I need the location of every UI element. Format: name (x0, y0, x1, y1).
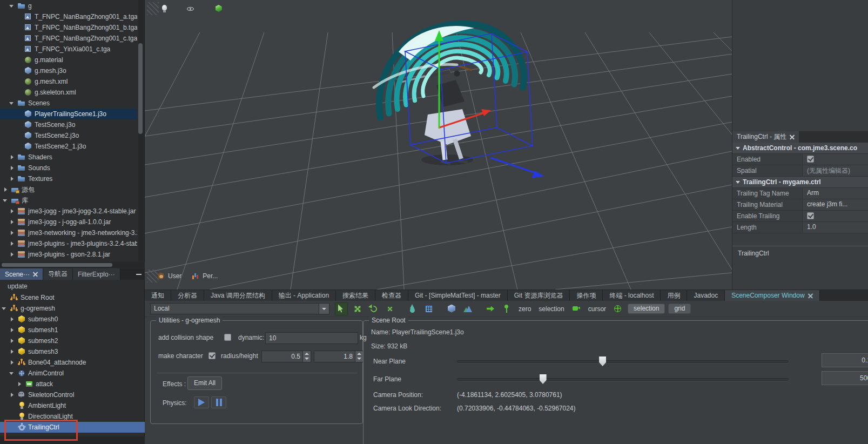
scene-composer-viewport[interactable]: User Per... (145, 0, 732, 290)
tree-item[interactable]: jme3-plugins - jme3-plugins-3.2.4-stab (0, 238, 137, 249)
stats-tab-performance[interactable]: Per... (191, 272, 218, 280)
property-value[interactable]: Arm (803, 188, 868, 199)
tree-item[interactable]: T_FNPC_NanBangZhong001_c.tga (0, 33, 137, 44)
tree-item[interactable]: TestScene2_1.j3o (0, 141, 137, 152)
tab[interactable]: 用例 (661, 290, 687, 301)
light-toggle-icon[interactable] (160, 4, 169, 13)
far-plane-slider[interactable] (457, 378, 789, 381)
tree-item[interactable]: g-ogremesh (0, 303, 145, 314)
property-section-header[interactable]: TrailingCtrl - mygame.ctrl (732, 177, 868, 188)
tab[interactable]: 操作项 (570, 290, 603, 301)
physics-play-button[interactable] (194, 396, 209, 408)
tab[interactable]: 终端 - localhost (603, 290, 661, 301)
rotate-tool-button[interactable] (367, 302, 380, 315)
tree-item[interactable]: T_FNPC_NanBangZhong001_a.tga (0, 11, 137, 22)
tree-item[interactable]: submesh2 (0, 335, 145, 346)
tree-item[interactable]: g.mesh.j3o (0, 65, 137, 76)
checkbox[interactable] (807, 156, 814, 163)
tab[interactable]: 分析器 (171, 290, 204, 301)
spinner-arrows[interactable] (355, 351, 363, 362)
tree-item[interactable]: AnimControl (0, 368, 145, 379)
expand-arrow-icon[interactable] (9, 359, 15, 366)
far-plane-slider-thumb[interactable] (540, 374, 547, 384)
tree-item[interactable]: g (0, 1, 137, 11)
tree-item[interactable]: Shaders (0, 152, 137, 163)
tree-item[interactable]: submesh0 (0, 314, 145, 325)
property-section-header[interactable]: AbstractControl - com.jme3.scene.co (732, 143, 868, 154)
drop-to-floor-button[interactable] (406, 302, 419, 315)
tree-item[interactable]: T_FNPC_NanBangZhong001_b.tga (0, 22, 137, 33)
far-plane-value[interactable]: 500 (822, 371, 868, 385)
terrain-tool-button[interactable] (461, 302, 474, 315)
transform-mode-select[interactable]: Local (150, 303, 329, 314)
expand-arrow-icon[interactable] (2, 197, 9, 204)
tree-item[interactable]: Bone04_attachnode (0, 357, 145, 368)
close-icon[interactable] (33, 272, 38, 277)
tree-item[interactable]: TestScene2.j3o (0, 130, 137, 141)
expand-arrow-icon[interactable] (1, 305, 8, 312)
tree-item[interactable]: 库 (0, 195, 137, 206)
expand-arrow-icon[interactable] (9, 100, 15, 106)
near-plane-value[interactable]: 0.1 (822, 353, 868, 367)
tree-item[interactable]: jme3-jogg - jme3-jogg-3.2.4-stable.jar (0, 206, 137, 217)
scene-explorer-tree[interactable]: Scene Rootg-ogremeshsubmesh0submesh1subm… (0, 292, 145, 434)
tree-item[interactable]: Scenes (0, 98, 137, 109)
character-checkbox[interactable] (208, 352, 216, 359)
collision-checkbox[interactable] (224, 334, 231, 341)
properties-tab[interactable]: TrailingCtrl - 属性 (732, 131, 799, 143)
select-tool-button[interactable] (335, 302, 348, 315)
expand-arrow-icon[interactable] (9, 251, 15, 258)
tab[interactable]: 检查器 (375, 290, 408, 301)
zero-label[interactable]: zero (519, 305, 531, 313)
property-value[interactable]: (无属性编辑器) (803, 165, 868, 176)
visibility-icon[interactable] (186, 5, 195, 14)
cursor-label[interactable]: cursor (588, 305, 606, 313)
chevron-down-icon[interactable] (319, 304, 329, 314)
move-camera-button[interactable] (484, 302, 497, 315)
property-value[interactable] (803, 211, 868, 221)
property-value[interactable]: create j3m fi... (803, 199, 868, 210)
selection-label[interactable]: selection (539, 305, 564, 313)
expand-arrow-icon[interactable] (9, 176, 15, 182)
tree-item[interactable]: g.skeleton.xml (0, 87, 137, 98)
tree-item[interactable]: PlayerTrailingScene1.j3o (0, 109, 137, 119)
tree-item[interactable]: TestScene.j3o (0, 119, 137, 130)
tree-item[interactable]: Textures (0, 173, 137, 184)
expand-arrow-icon[interactable] (9, 154, 15, 160)
tab[interactable]: Java 调用分层结构 (204, 290, 272, 301)
tab[interactable]: 通知 (145, 290, 171, 301)
wireframe-cube-icon[interactable] (214, 4, 223, 13)
selection-toggle-button[interactable]: selection (628, 304, 665, 314)
expand-arrow-icon[interactable] (16, 381, 23, 387)
update-item[interactable]: update (0, 281, 152, 292)
cube-tool-button[interactable] (445, 302, 458, 315)
grid-toggle-button[interactable]: grid (668, 304, 691, 314)
move-tool-button[interactable] (351, 302, 364, 315)
tab[interactable]: Javadoc (687, 290, 725, 301)
scale-tool-button[interactable] (383, 302, 396, 315)
expand-arrow-icon[interactable] (9, 240, 15, 247)
globe-button[interactable] (611, 302, 624, 315)
splitter-hatch[interactable] (147, 2, 159, 15)
tree-item[interactable]: SkeletonControl (0, 389, 145, 400)
tab[interactable]: Git - [SimpleMatTest] - master (408, 290, 508, 301)
tree-item[interactable]: attack (0, 379, 145, 389)
tree-item[interactable]: Scene Root (0, 292, 145, 303)
near-plane-slider-thumb[interactable] (599, 356, 606, 366)
scrollbar-thumb[interactable] (2, 263, 112, 267)
tree-item[interactable]: jme3-networking - jme3-networking-3.2 (0, 227, 137, 238)
stats-tab-user[interactable]: User (157, 272, 181, 280)
property-value[interactable]: 1.0 (803, 222, 868, 233)
tree-item[interactable]: jme3-jogg - j-ogg-all-1.0.0.jar (0, 217, 137, 227)
projects-vertical-scrollbar[interactable] (138, 0, 144, 261)
tab[interactable]: 导航器 (43, 268, 73, 280)
camera-to-zero-button[interactable] (500, 302, 513, 315)
expand-arrow-icon[interactable] (9, 327, 15, 333)
tree-item[interactable]: g.material (0, 55, 137, 65)
expand-arrow-icon[interactable] (9, 370, 15, 376)
snap-to-grid-button[interactable] (422, 302, 435, 315)
3d-scene[interactable] (145, 0, 732, 290)
tree-item[interactable]: submesh1 (0, 325, 145, 335)
expand-arrow-icon[interactable] (9, 316, 15, 322)
expand-arrow-icon[interactable] (2, 186, 9, 193)
